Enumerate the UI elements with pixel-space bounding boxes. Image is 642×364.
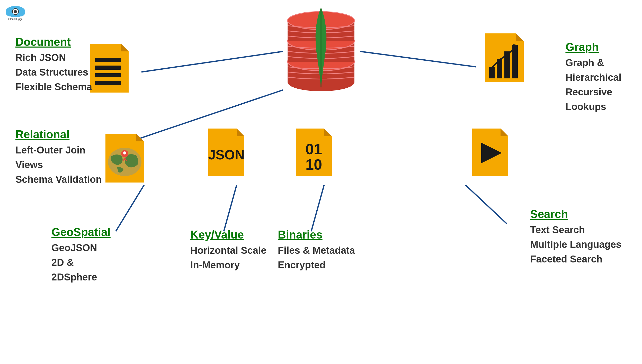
document-line1: Rich JSON bbox=[15, 50, 92, 65]
graph-line2: Hierarchical bbox=[565, 70, 621, 85]
svg-rect-33 bbox=[95, 58, 99, 62]
svg-marker-28 bbox=[121, 44, 129, 51]
relational-title: Relational bbox=[15, 126, 102, 143]
graph-icon bbox=[483, 31, 526, 86]
binaries-label-area: Binaries Files & Metadata Encrypted bbox=[278, 226, 355, 272]
svg-rect-12 bbox=[15, 8, 16, 9]
graph-label-area: Graph Graph & Hierarchical Recursive Loo… bbox=[565, 39, 621, 114]
svg-rect-35 bbox=[95, 73, 99, 77]
svg-marker-50 bbox=[237, 129, 244, 136]
svg-text:10: 10 bbox=[306, 156, 322, 173]
relational-line3: Schema Validation bbox=[15, 172, 102, 187]
search-label-area: Search Text Search Multiple Languages Fa… bbox=[530, 206, 621, 267]
search-line3: Faceted Search bbox=[530, 252, 621, 267]
document-line2: Data Structures bbox=[15, 65, 92, 80]
graph-title: Graph bbox=[565, 39, 621, 56]
keyvalue-icon: JSON bbox=[206, 126, 247, 180]
document-label-area: Document Rich JSON Data Structures Flexi… bbox=[15, 33, 92, 94]
svg-text:JSON: JSON bbox=[208, 147, 245, 162]
search-line2: Multiple Languages bbox=[530, 237, 621, 252]
graph-line1: Graph & bbox=[565, 56, 621, 70]
search-line1: Text Search bbox=[530, 223, 621, 237]
geospatial-line1: GeoJSON bbox=[51, 241, 111, 255]
binary-icon: 01 10 bbox=[293, 126, 334, 180]
svg-point-48 bbox=[123, 151, 126, 154]
svg-marker-57 bbox=[501, 129, 508, 136]
relational-label-area: Relational Left-Outer Join Views Schema … bbox=[15, 126, 102, 187]
geospatial-icon bbox=[103, 131, 147, 186]
svg-rect-34 bbox=[95, 66, 99, 70]
keyvalue-title: Key/Value bbox=[190, 226, 266, 243]
graph-line3: Recursive bbox=[565, 85, 621, 99]
relational-line2: Views bbox=[15, 158, 102, 172]
svg-line-3 bbox=[116, 185, 144, 231]
svg-rect-15 bbox=[18, 11, 19, 12]
svg-rect-36 bbox=[95, 81, 99, 85]
svg-line-4 bbox=[224, 185, 237, 231]
binaries-title: Binaries bbox=[278, 226, 355, 243]
svg-marker-45 bbox=[136, 134, 144, 141]
graph-line4: Lookups bbox=[565, 99, 621, 114]
geospatial-line3: 2DSphere bbox=[51, 270, 111, 285]
svg-rect-13 bbox=[15, 14, 16, 15]
keyvalue-line1: Horizontal Scale bbox=[190, 243, 266, 258]
mongodb-center-icon bbox=[281, 5, 361, 94]
document-line3: Flexible Schema bbox=[15, 80, 92, 94]
svg-marker-38 bbox=[516, 33, 524, 41]
keyvalue-label-area: Key/Value Horizontal Scale In-Memory bbox=[190, 226, 266, 272]
geospatial-line2: 2D & bbox=[51, 255, 111, 270]
svg-text:01: 01 bbox=[306, 141, 322, 157]
document-icon bbox=[87, 41, 131, 96]
svg-line-0 bbox=[141, 51, 283, 72]
svg-line-2 bbox=[360, 51, 476, 67]
svg-point-11 bbox=[14, 10, 17, 13]
svg-line-5 bbox=[311, 185, 324, 231]
search-icon-file bbox=[470, 126, 511, 180]
search-title: Search bbox=[530, 206, 621, 223]
svg-rect-14 bbox=[12, 11, 13, 12]
svg-marker-53 bbox=[324, 129, 332, 136]
geospatial-label-area: GeoSpatial GeoJSON 2D & 2DSphere bbox=[51, 224, 111, 285]
relational-line1: Left-Outer Join bbox=[15, 143, 102, 158]
logo: CloudDugga bbox=[3, 3, 28, 23]
svg-line-6 bbox=[466, 185, 507, 224]
binaries-line1: Files & Metadata bbox=[278, 243, 355, 258]
keyvalue-line2: In-Memory bbox=[190, 258, 266, 272]
geospatial-title: GeoSpatial bbox=[51, 224, 111, 241]
svg-text:CloudDugga: CloudDugga bbox=[8, 18, 23, 21]
document-title: Document bbox=[15, 33, 92, 50]
binaries-line2: Encrypted bbox=[278, 258, 355, 272]
